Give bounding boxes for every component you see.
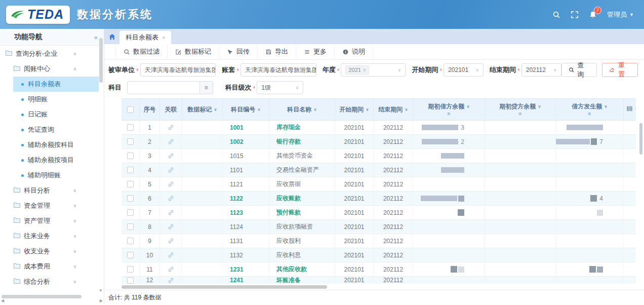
- row-checkbox[interactable]: [127, 181, 134, 187]
- sidebar-item[interactable]: 辅助余额按项目: [13, 152, 99, 168]
- sidebar-item[interactable]: 资产管理∨: [0, 213, 99, 228]
- sidebar-item[interactable]: 报表分析∨: [0, 289, 99, 293]
- home-button[interactable]: [105, 30, 118, 43]
- sort-caret-icon[interactable]: ∨: [466, 104, 470, 109]
- link-icon[interactable]: [168, 266, 174, 273]
- link-icon[interactable]: [168, 277, 174, 284]
- fullscreen-icon[interactable]: [571, 11, 579, 19]
- row-checkbox[interactable]: [127, 167, 134, 173]
- sort-caret-icon[interactable]: ∨: [538, 104, 541, 109]
- subject-name[interactable]: 坏账准备: [276, 277, 301, 284]
- column-header-a3[interactable]: 借方发生额∨≡: [556, 99, 624, 120]
- row-checkbox[interactable]: [127, 152, 134, 159]
- subject-name[interactable]: 库存现金: [276, 123, 301, 132]
- sidebar-horizontal-scrollbar[interactable]: [2, 295, 82, 298]
- sidebar-item[interactable]: 收支业务∨: [0, 244, 99, 259]
- subject-name[interactable]: 其他应收款: [276, 265, 307, 274]
- column-filter-icon[interactable]: ≡: [448, 111, 451, 117]
- subject-code[interactable]: 1123: [230, 209, 243, 216]
- subject-code[interactable]: 1231: [230, 266, 244, 273]
- row-checkbox[interactable]: [127, 195, 134, 202]
- sidebar-item-active[interactable]: 科目余额表: [13, 77, 99, 92]
- column-filter-icon[interactable]: ≡: [588, 111, 591, 117]
- sidebar-item[interactable]: 明细账: [13, 92, 99, 107]
- query-button[interactable]: 查询: [561, 63, 597, 77]
- subject-input[interactable]: ≡: [127, 81, 213, 94]
- sidebar-item[interactable]: 综合分析∨: [0, 274, 99, 289]
- link-icon[interactable]: [168, 124, 174, 131]
- subject-level-select[interactable]: 1级 ∨: [257, 81, 303, 94]
- sort-caret-icon[interactable]: ∨: [313, 107, 317, 112]
- toolbar-button[interactable]: 数据标记: [168, 45, 219, 59]
- column-header-end[interactable]: 结束期间∨: [374, 99, 413, 120]
- sort-caret-icon[interactable]: ∨: [214, 107, 217, 112]
- end-period-select[interactable]: 202112 ∨: [521, 63, 561, 77]
- sidebar-item[interactable]: 科目分析∨: [0, 183, 99, 198]
- sidebar-collapse-icon[interactable]: «: [94, 33, 98, 41]
- year-select[interactable]: 2021 × ∨: [341, 63, 406, 77]
- link-icon[interactable]: [168, 167, 174, 173]
- sort-caret-icon[interactable]: ∨: [366, 107, 369, 112]
- link-icon[interactable]: [168, 252, 174, 258]
- table-vertical-scrollbar[interactable]: [639, 123, 642, 155]
- sidebar-item[interactable]: 凭证查询: [13, 122, 99, 137]
- column-header-code[interactable]: 科目编号∨: [223, 99, 269, 120]
- sidebar-item[interactable]: 阅账中心∧: [0, 61, 99, 77]
- link-icon[interactable]: [168, 209, 174, 216]
- select-all-checkbox[interactable]: [127, 106, 134, 113]
- link-icon[interactable]: [168, 138, 174, 145]
- tab-subject-balance[interactable]: 科目余额表 ×: [119, 31, 171, 44]
- sidebar-scroll-left-icon[interactable]: ◀: [1, 298, 4, 303]
- sidebar-scroll-right-icon[interactable]: ▶: [100, 298, 103, 303]
- audited-unit-input[interactable]: 天津滨海泰达航母旅游集团股份: [140, 63, 216, 77]
- sort-caret-icon[interactable]: ∨: [405, 107, 408, 112]
- subject-name[interactable]: 预付账款: [276, 208, 301, 217]
- link-icon[interactable]: [168, 181, 174, 187]
- link-icon[interactable]: [168, 238, 174, 244]
- subject-name[interactable]: 银行存款: [276, 137, 301, 146]
- sort-caret-icon[interactable]: ∨: [604, 104, 608, 109]
- row-checkbox[interactable]: [127, 223, 134, 230]
- sidebar-item[interactable]: 往来业务∨: [0, 228, 99, 244]
- column-header-name[interactable]: 科目名称∨: [269, 99, 335, 120]
- user-menu[interactable]: 管理员 ▼: [607, 10, 634, 19]
- subject-picker-button[interactable]: ≡: [199, 82, 213, 94]
- column-settings-icon[interactable]: [626, 105, 633, 112]
- sidebar-item[interactable]: 成本费用∨: [0, 259, 99, 274]
- sidebar-scroll-down-icon[interactable]: ▼: [99, 288, 103, 293]
- table-horizontal-scrollbar[interactable]: [122, 285, 327, 289]
- sidebar-item[interactable]: 辅助余额按科目: [13, 137, 99, 152]
- notification-bell[interactable]: 7: [589, 11, 597, 19]
- reset-button[interactable]: 重置: [602, 63, 638, 77]
- search-icon[interactable]: [552, 11, 560, 19]
- start-period-select[interactable]: 202101 ∨: [444, 63, 484, 77]
- sidebar-item[interactable]: 查询分析-企业∧: [0, 46, 99, 61]
- subject-code[interactable]: 1002: [230, 138, 244, 145]
- link-icon[interactable]: [168, 195, 174, 202]
- row-checkbox[interactable]: [127, 266, 134, 273]
- sidebar-item[interactable]: 辅助明细账: [13, 168, 99, 183]
- tag-close-icon[interactable]: ×: [363, 67, 366, 73]
- toolbar-button[interactable]: 更多: [296, 45, 335, 59]
- subject-code[interactable]: 1241: [230, 277, 244, 284]
- subject-code[interactable]: 1122: [230, 195, 243, 202]
- sidebar-vertical-scrollbar[interactable]: [99, 38, 103, 83]
- row-checkbox[interactable]: [127, 138, 134, 145]
- close-icon[interactable]: ×: [162, 34, 165, 41]
- subject-code[interactable]: 1001: [230, 124, 244, 131]
- row-checkbox[interactable]: [127, 238, 134, 244]
- sort-caret-icon[interactable]: ∨: [257, 107, 261, 112]
- subject-name[interactable]: 应收账款: [276, 194, 301, 203]
- column-header-start[interactable]: 开始期间∨: [335, 99, 374, 120]
- row-checkbox[interactable]: [127, 252, 134, 258]
- account-book-input[interactable]: 天津滨海泰达航母旅游集团股份: [240, 63, 316, 77]
- toolbar-button[interactable]: 导出: [258, 45, 296, 59]
- row-checkbox[interactable]: [127, 209, 134, 216]
- toolbar-button[interactable]: 回传: [219, 45, 258, 59]
- row-checkbox[interactable]: [127, 124, 134, 131]
- column-filter-icon[interactable]: ≡: [519, 111, 522, 117]
- toolbar-button[interactable]: 说明: [335, 45, 373, 59]
- sidebar-item[interactable]: 日记账: [13, 107, 99, 122]
- column-header-mark[interactable]: 数据标记∨: [182, 99, 223, 120]
- link-icon[interactable]: [168, 223, 174, 230]
